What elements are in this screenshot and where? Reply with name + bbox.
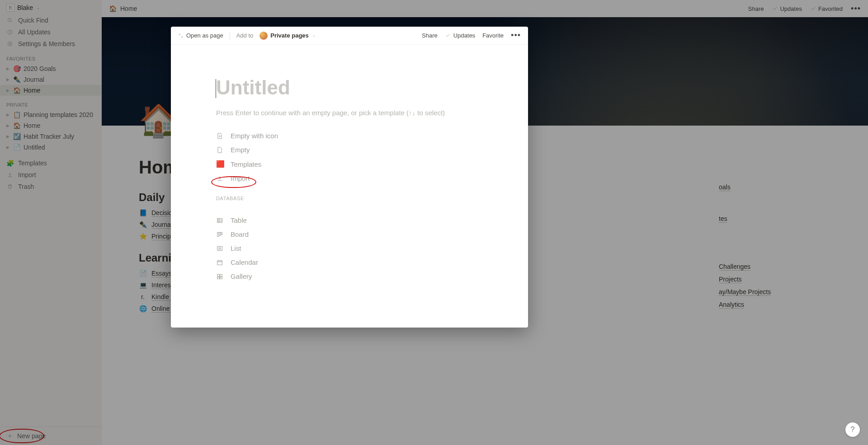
add-to-dest-label: Private pages bbox=[270, 32, 309, 39]
option-label: Calendar bbox=[231, 258, 258, 266]
svg-rect-6 bbox=[217, 218, 222, 222]
db-option-calendar[interactable]: Calendar bbox=[216, 257, 478, 268]
option-label: Import bbox=[231, 174, 250, 182]
option-label: Gallery bbox=[231, 272, 252, 280]
page-icon-icon bbox=[216, 132, 224, 140]
option-label: Table bbox=[231, 216, 247, 224]
option-label: Board bbox=[231, 230, 249, 238]
page-icon bbox=[216, 146, 224, 154]
import-icon bbox=[216, 175, 224, 182]
svg-rect-8 bbox=[219, 232, 221, 235]
add-to-label: Add to bbox=[236, 32, 254, 39]
svg-rect-13 bbox=[220, 274, 222, 276]
svg-rect-14 bbox=[217, 277, 220, 279]
db-option-board[interactable]: Board bbox=[216, 229, 478, 240]
help-button[interactable]: ? bbox=[845, 422, 860, 437]
page-title-input[interactable]: Untitled bbox=[216, 76, 478, 99]
svg-rect-11 bbox=[217, 261, 222, 265]
separator bbox=[230, 32, 230, 39]
table-icon bbox=[216, 217, 224, 224]
modal-more-button[interactable]: ••• bbox=[511, 31, 521, 40]
option-empty[interactable]: Empty bbox=[216, 144, 478, 155]
modal-toolbar: Open as page Add to Private pages ⌄ Shar… bbox=[171, 27, 528, 45]
text-caret bbox=[216, 79, 216, 98]
open-as-page-button[interactable]: Open as page bbox=[178, 32, 223, 39]
database-header: DATABASE bbox=[216, 196, 478, 201]
modal-favorite-button[interactable]: Favorite bbox=[482, 32, 504, 39]
modal-share-button[interactable]: Share bbox=[422, 32, 438, 39]
svg-rect-7 bbox=[217, 232, 219, 236]
option-import[interactable]: Import bbox=[216, 173, 478, 184]
gallery-icon bbox=[216, 273, 224, 280]
list-icon bbox=[216, 245, 224, 252]
database-options: Table Board List Calendar Gallery bbox=[216, 215, 478, 282]
svg-rect-12 bbox=[217, 274, 220, 276]
option-templates[interactable]: 🟥 Templates bbox=[216, 158, 478, 170]
calendar-icon bbox=[216, 259, 224, 266]
expand-icon bbox=[178, 33, 184, 38]
new-page-modal: Open as page Add to Private pages ⌄ Shar… bbox=[171, 27, 528, 328]
check-icon bbox=[445, 33, 451, 38]
option-label: Empty bbox=[231, 146, 250, 154]
db-option-list[interactable]: List bbox=[216, 243, 478, 254]
db-option-gallery[interactable]: Gallery bbox=[216, 271, 478, 282]
modal-body[interactable]: Untitled Press Enter to continue with an… bbox=[171, 45, 524, 328]
chevron-down-icon: ⌄ bbox=[312, 33, 316, 37]
page-options: Empty with icon Empty 🟥 Templates Import bbox=[216, 130, 478, 184]
modal-updates-button[interactable]: Updates bbox=[445, 32, 475, 39]
board-icon bbox=[216, 231, 224, 238]
option-label: Templates bbox=[231, 160, 261, 168]
svg-rect-15 bbox=[220, 277, 222, 279]
option-label: List bbox=[231, 244, 241, 252]
template-hint: Press Enter to continue with an empty pa… bbox=[216, 109, 478, 117]
svg-point-5 bbox=[219, 136, 221, 137]
svg-rect-9 bbox=[221, 232, 222, 234]
avatar bbox=[259, 32, 268, 40]
option-empty-with-icon[interactable]: Empty with icon bbox=[216, 130, 478, 141]
title-placeholder: Untitled bbox=[216, 76, 290, 98]
option-label: Empty with icon bbox=[231, 132, 278, 140]
templates-icon: 🟥 bbox=[216, 160, 224, 168]
db-option-table[interactable]: Table bbox=[216, 215, 478, 226]
open-as-page-label: Open as page bbox=[186, 32, 223, 39]
add-to-destination[interactable]: Private pages ⌄ bbox=[259, 32, 316, 40]
modal-updates-label: Updates bbox=[453, 32, 475, 39]
